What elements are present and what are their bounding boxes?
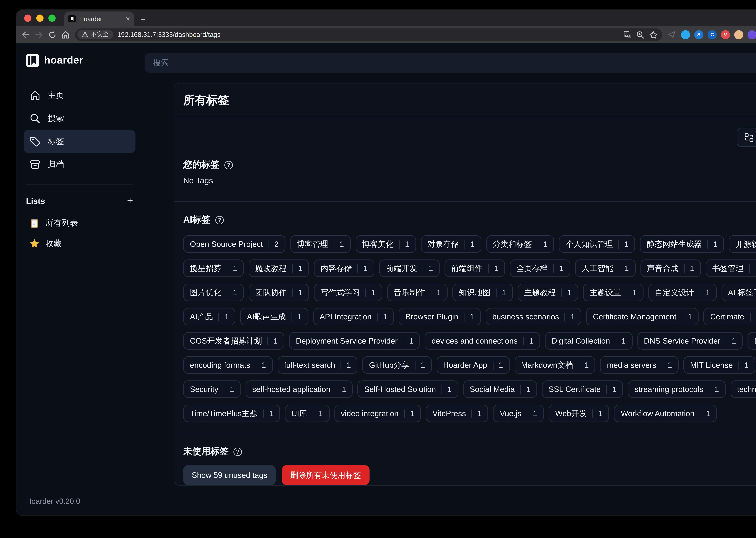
tag-chip[interactable]: 书签管理 1 [706, 259, 756, 277]
translate-icon[interactable]: 文A [623, 30, 631, 38]
tag-chip[interactable]: Security 1 [183, 380, 241, 398]
tag-chip[interactable]: AI 标签工具 1 [721, 284, 756, 301]
sidebar-item-tags[interactable]: 标签 [24, 130, 135, 153]
tag-chip[interactable]: Certificate Management 1 [586, 308, 699, 325]
tag-chip[interactable]: AI产品 1 [183, 308, 236, 325]
home-button[interactable] [62, 30, 70, 38]
drag-merge-button[interactable]: 拖放合并 ? [737, 128, 756, 147]
tag-chip[interactable]: 前端开发 1 [379, 259, 440, 277]
tag-chip[interactable]: VitePress 1 [426, 404, 488, 422]
tab-close-icon[interactable]: × [126, 15, 130, 23]
sidebar-item-favorites[interactable]: 收藏 [24, 235, 135, 253]
tag-name: 静态网站生成器 [647, 239, 702, 249]
tag-chip[interactable]: self-hosted application 1 [245, 380, 353, 398]
close-window-button[interactable] [24, 14, 31, 22]
url-bar[interactable]: 不安全 192.168.31.7:3333/dashboard/tags 文A [75, 28, 662, 41]
app-logo[interactable]: hoarder [16, 51, 143, 70]
sidebar-item-search[interactable]: 搜索 [24, 107, 135, 130]
tag-chip[interactable]: Certimate 1 [704, 308, 756, 325]
tag-chip[interactable]: devices and connections 1 [425, 332, 540, 350]
tag-chip[interactable]: UI库 1 [285, 404, 329, 422]
tag-chip[interactable]: 个人知识管理 1 [559, 235, 635, 253]
help-icon[interactable]: ? [215, 216, 224, 224]
tag-chip[interactable]: Open Source Project 2 [183, 235, 285, 253]
tag-chip[interactable]: 前端组件 1 [444, 259, 505, 277]
browser-tab-hoarder[interactable]: Hoarder × [64, 12, 134, 26]
tag-count: 1 [684, 264, 694, 272]
face-extension-icon[interactable] [734, 30, 743, 39]
new-tab-button[interactable]: + [134, 14, 152, 26]
tag-chip[interactable]: 人工智能 1 [575, 259, 635, 277]
tag-chip[interactable]: 团队协作 1 [248, 284, 309, 301]
tag-chip[interactable]: Digital Collection 1 [545, 332, 632, 350]
tag-chip[interactable]: streaming protocols 1 [628, 380, 726, 398]
kite-extension-icon[interactable] [681, 30, 690, 39]
help-icon[interactable]: ? [224, 161, 233, 169]
s-extension-icon[interactable]: S [694, 30, 703, 39]
tag-chip[interactable]: 写作式学习 1 [314, 284, 382, 301]
tag-chip[interactable]: 博客美化 1 [355, 235, 416, 253]
tag-chip[interactable]: video integration 1 [334, 404, 421, 422]
tag-chip[interactable]: 内容存储 1 [314, 259, 374, 277]
minimize-window-button[interactable] [36, 14, 43, 22]
tag-chip[interactable]: 主题教程 1 [517, 284, 578, 301]
send-to-device-icon[interactable] [668, 31, 675, 38]
tag-chip[interactable]: 开源软件 1 [729, 235, 756, 253]
sidebar-item-home[interactable]: 主页 [24, 84, 135, 107]
tag-chip[interactable]: Self-Hosted Solution 1 [357, 380, 458, 398]
tag-chip[interactable]: Workflow Automation 1 [614, 404, 717, 422]
tag-chip[interactable]: API Integration 1 [313, 308, 394, 325]
show-unused-tags-button[interactable]: Show 59 unused tags [183, 465, 276, 485]
add-list-button[interactable]: + [127, 195, 133, 207]
tag-chip[interactable]: Deployment Service Provider 1 [289, 332, 420, 350]
zoom-icon[interactable] [636, 30, 644, 38]
tag-chip[interactable]: Web开发 1 [549, 404, 609, 422]
help-icon[interactable]: ? [234, 447, 242, 456]
tag-chip[interactable]: 自定义设计 1 [648, 284, 717, 301]
tag-chip[interactable]: Vue.js 1 [493, 404, 544, 422]
sidebar-item-all-lists[interactable]: 所有列表 [24, 214, 135, 232]
security-badge[interactable]: 不安全 [78, 29, 113, 39]
tag-chip[interactable]: encoding formats 1 [183, 356, 273, 374]
tag-chip[interactable]: SSL Certificate 1 [542, 380, 623, 398]
search-input[interactable]: 搜索 [144, 53, 756, 73]
tag-chip[interactable]: 图片优化 1 [183, 284, 244, 301]
tag-count: 1 [218, 312, 229, 321]
tag-chip[interactable]: business scenarios 1 [486, 308, 581, 325]
tag-chip[interactable]: 知识地图 1 [452, 284, 513, 301]
bookmark-star-icon[interactable] [649, 30, 657, 38]
tag-chip[interactable]: 全页存档 1 [510, 259, 570, 277]
eyes-extension-icon[interactable] [747, 30, 756, 39]
tag-chip[interactable]: Hoarder App 1 [436, 356, 510, 374]
tag-chip[interactable]: DNS Service Provider 1 [637, 332, 743, 350]
tag-chip[interactable]: 分类和标签 1 [486, 235, 554, 253]
tag-chip[interactable]: 主题设置 1 [583, 284, 643, 301]
tag-chip[interactable]: GitHub分享 1 [362, 356, 432, 374]
zoom-window-button[interactable] [48, 14, 56, 22]
tag-chip[interactable]: 揽星招募 1 [183, 259, 244, 277]
tag-chip[interactable]: 对象存储 1 [421, 235, 481, 253]
tag-chip[interactable]: Browser Plugin 1 [399, 308, 481, 325]
tag-chip[interactable]: COS开发者招募计划 1 [183, 332, 284, 350]
tag-chip[interactable]: Social Media 1 [463, 380, 537, 398]
tag-chip[interactable]: MIT License 1 [683, 356, 755, 374]
tag-chip[interactable]: 音乐制作 1 [387, 284, 447, 301]
reload-button[interactable] [48, 30, 56, 38]
tag-chip[interactable]: Markdown文档 1 [514, 356, 595, 374]
tag-chip[interactable]: 博客管理 1 [290, 235, 351, 253]
shield-extension-icon[interactable]: V [721, 30, 730, 39]
tag-chip[interactable]: 魔改教程 1 [248, 259, 309, 277]
tag-chip[interactable]: 声音合成 1 [640, 259, 701, 277]
tag-chip[interactable]: 静态网站生成器 1 [640, 235, 724, 253]
delete-unused-tags-button[interactable]: 删除所有未使用标签 [282, 465, 369, 485]
sidebar-item-archive[interactable]: 归档 [24, 153, 135, 176]
c-extension-icon[interactable]: C [708, 30, 717, 39]
tag-chip[interactable]: Domain Verification 1 [747, 332, 756, 350]
tag-chip[interactable]: AI歌声生成 1 [240, 308, 308, 325]
tag-chip[interactable]: full-text search 1 [277, 356, 357, 374]
back-button[interactable] [22, 31, 29, 38]
tag-chip[interactable]: technology 1 [730, 380, 756, 398]
forward-button[interactable] [35, 31, 43, 38]
tag-chip[interactable]: media servers 1 [600, 356, 678, 374]
tag-chip[interactable]: Time/TimePlus主题 1 [183, 404, 280, 422]
